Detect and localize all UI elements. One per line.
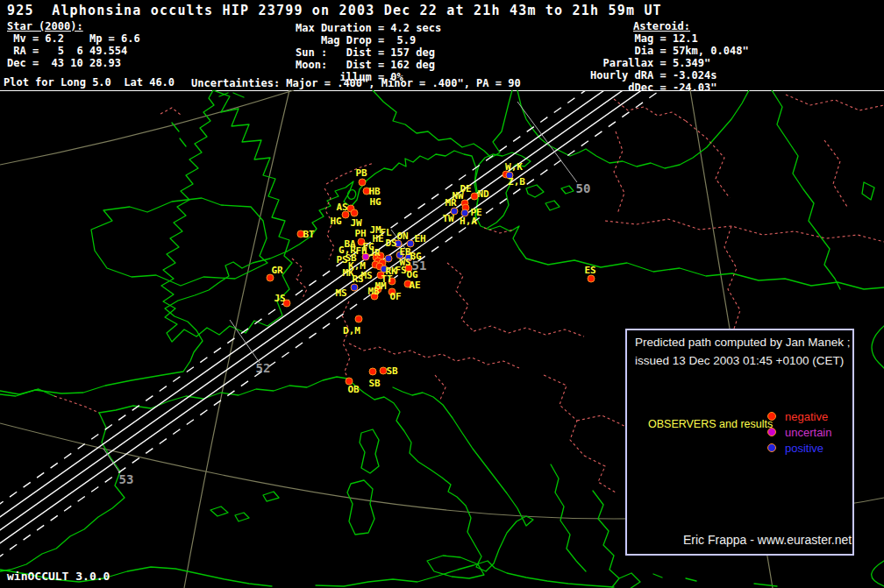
tick-52 (230, 320, 260, 363)
observers-results-label: OBSERVERS and results (648, 418, 773, 430)
coast-france-west (0, 251, 287, 396)
coast-iberia (0, 389, 125, 571)
coast-britain (161, 90, 292, 342)
legend-box: Predicted path computed by Jan Manek ; i… (625, 329, 854, 556)
coast-sweden (517, 90, 749, 168)
star-data-block: Mv = 6.2 Mp = 6.6 RA = 5 6 49.554 Dec = … (7, 32, 140, 69)
border-france-belgium (292, 259, 307, 300)
coast-scottish-isles (172, 93, 244, 146)
page-title: 925 Alphonsina occults HIP 23799 on 2003… (7, 3, 662, 18)
uncertainties-label: Uncertainties: Major = .400", Minor = .4… (191, 77, 521, 89)
border-czech-austria (474, 326, 584, 337)
legend-dot-negative (767, 412, 776, 421)
border-germany-czech (447, 263, 474, 331)
border-northeast-web (686, 121, 730, 198)
coast-northsea (287, 151, 884, 289)
star-heading: Star (2000): (7, 20, 83, 32)
coast-ireland (91, 198, 267, 286)
border-alps (349, 344, 519, 368)
border-ulster (160, 108, 181, 115)
coast-norway (373, 90, 512, 158)
minute-tick-lines (103, 102, 577, 473)
legend-label-positive: positive (785, 442, 823, 455)
legend-dot-uncertain (767, 428, 776, 436)
coast-gotland (862, 182, 874, 200)
coast-balearics (210, 492, 279, 521)
coast-corsica (360, 429, 379, 473)
legend-label-negative: negative (785, 410, 828, 423)
border-balkans-1 (544, 375, 584, 456)
coast-sicily (427, 556, 484, 578)
border-topright-corner (786, 95, 884, 110)
border-poland-east (614, 131, 624, 214)
border-east-baltic2 (824, 140, 847, 207)
prediction-note-line1: Predicted path computed by Jan Manek ; (635, 336, 850, 349)
border-pyrenees (54, 396, 99, 413)
coast-jutland (475, 152, 531, 228)
coast-mediterranean-italy (99, 377, 533, 571)
app-version-label: winOCCULT 3.0.0 (7, 570, 110, 583)
coast-blacksea-fragment (872, 326, 884, 586)
coast-baltic-east (772, 90, 840, 289)
border-east-long (605, 219, 884, 242)
winoccult-window: 925 Alphonsina occults HIP 23799 on 2003… (0, 0, 884, 588)
asteroid-heading: Asteroid: (633, 20, 690, 32)
parallel-line (0, 90, 294, 165)
meridian-line (184, 90, 289, 588)
border-greece-north (584, 456, 616, 492)
coast-ijsselmeer (348, 190, 356, 200)
legend-label-uncertain: uncertain (785, 426, 831, 439)
coast-sardinia (347, 480, 374, 535)
border-east-vertical (724, 226, 740, 331)
border-italy-slovenia (435, 375, 446, 400)
border-denmark-germany (484, 228, 514, 233)
credit-label: Eric Frappa - www.euraster.net (683, 533, 852, 547)
plot-coordinates-label: Plot for Long 5.0 Lat 46.0 (4, 76, 175, 89)
asteroid-data-block: Mag = 12.1 Dia = 57km, 0.048" Parallax =… (590, 32, 749, 94)
event-data-block: Max Duration = 4.2 secs Mag Drop = 5.9 S… (296, 22, 441, 83)
prediction-note-line2: issued 13 Dec 2003 01:45 +0100 (CET) (635, 354, 844, 367)
coast-danish-isles (526, 185, 574, 210)
legend-dot-positive (767, 443, 776, 452)
tick-51 (391, 230, 414, 260)
